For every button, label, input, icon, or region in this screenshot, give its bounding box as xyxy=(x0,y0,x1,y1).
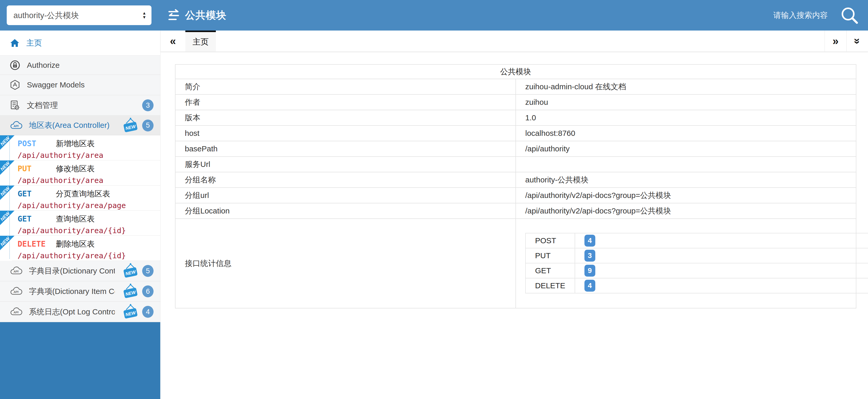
new-ribbon: NEW xyxy=(0,210,14,225)
api-item-page-area[interactable]: NEW GET 分页查询地区表 /api/authority/area/page xyxy=(0,186,160,210)
row-label: 服务Url xyxy=(175,156,516,172)
api-method: GET xyxy=(18,189,54,199)
tab-collapse-button[interactable]: » xyxy=(846,31,868,52)
sidebar-filler xyxy=(0,322,160,399)
row-label: basePath xyxy=(175,141,516,156)
sidebar-item-swagger-models[interactable]: Swagger Models xyxy=(0,75,160,95)
api-method: GET xyxy=(18,214,54,224)
row-label: 分组名称 xyxy=(175,172,516,188)
api-cloud-icon: API xyxy=(10,121,22,130)
row-label: 分组Location xyxy=(175,203,516,219)
row-value: /api/authority xyxy=(516,141,856,156)
stat-count-badge: 4 xyxy=(584,280,595,292)
stats-table-row: POST 4 xyxy=(526,233,868,248)
row-label: 作者 xyxy=(175,94,516,110)
group-select-wrap[interactable]: authority-公共模块 ▲▼ xyxy=(7,5,152,25)
api-item-get-area[interactable]: NEW GET 查询地区表 /api/authority/area/{id} xyxy=(0,210,160,236)
api-name: 删除地区表 xyxy=(56,239,95,249)
row-label: host xyxy=(175,125,516,141)
count-badge: 6 xyxy=(142,285,154,297)
header-search[interactable]: 请输入搜索内容 xyxy=(773,5,859,25)
new-sign-icon: NEW xyxy=(122,263,140,279)
api-method: POST xyxy=(18,139,54,148)
sidebar-controller-opt-log[interactable]: API 系统日志(Opt Log Controller) NEW 4 xyxy=(0,302,160,322)
count-badge: 5 xyxy=(142,119,154,132)
svg-text:API: API xyxy=(13,290,19,293)
new-ribbon: NEW xyxy=(0,135,14,150)
table-row: basePath /api/authority xyxy=(175,141,856,156)
api-name: 修改地区表 xyxy=(56,164,95,174)
tab-home[interactable]: 主页 xyxy=(185,31,216,52)
api-cloud-icon: API xyxy=(10,307,22,316)
stat-method: DELETE xyxy=(526,278,575,293)
api-path: /api/authority/area/{id} xyxy=(18,226,158,235)
api-path: /api/authority/area xyxy=(18,151,158,160)
table-row: 分组Location /api/authority/v2/api-docs?gr… xyxy=(175,203,856,219)
controller-label: 字典目录(Dictionary Controller) xyxy=(29,266,115,276)
row-label: 版本 xyxy=(175,110,516,125)
brand: 公共模块 xyxy=(167,8,226,22)
sidebar-item-label: 文档管理 xyxy=(27,100,58,111)
table-row: 作者 zuihou xyxy=(175,94,856,110)
stats-table-row: DELETE 4 xyxy=(526,278,868,293)
row-value: /api/authority/v2/api-docs?group=公共模块 xyxy=(516,203,856,219)
stat-method: POST xyxy=(526,233,575,248)
table-row: 服务Url xyxy=(175,156,856,172)
api-name: 查询地区表 xyxy=(56,214,95,224)
sidebar-controller-area[interactable]: API 地区表(Area Controller) NEW 5 xyxy=(0,116,160,135)
models-hexagon-icon xyxy=(10,80,20,90)
api-name: 分页查询地区表 xyxy=(56,189,110,199)
main-area: « 主页 » » 公共模块 简介 zuihou-admin-cloud 在线文档… xyxy=(160,31,868,399)
search-placeholder[interactable]: 请输入搜索内容 xyxy=(773,10,828,21)
row-value: localhost:8760 xyxy=(516,125,856,141)
row-label: 简介 xyxy=(175,79,516,94)
tab-spacer xyxy=(216,31,825,52)
sidebar-item-label: 主页 xyxy=(26,38,42,48)
table-row: 版本 1.0 xyxy=(175,110,856,125)
stat-count-badge: 4 xyxy=(584,235,595,247)
api-name: 新增地区表 xyxy=(56,139,95,148)
sidebar-item-home[interactable]: 主页 xyxy=(0,31,160,56)
api-item-add-area[interactable]: NEW POST 新增地区表 /api/authority/area xyxy=(0,135,160,161)
row-value: zuihou-admin-cloud 在线文档 xyxy=(516,79,856,94)
api-path: /api/authority/area xyxy=(18,176,158,185)
search-icon[interactable] xyxy=(840,5,859,25)
group-select[interactable]: authority-公共模块 xyxy=(7,5,152,25)
tab-scroll-left-button[interactable]: « xyxy=(160,31,185,52)
svg-text:API: API xyxy=(13,124,19,127)
sidebar-item-label: Authorize xyxy=(27,61,60,69)
home-icon xyxy=(10,38,20,48)
row-value: authority-公共模块 xyxy=(516,172,856,188)
sidebar-item-authorize[interactable]: Authorize xyxy=(0,56,160,75)
api-path: /api/authority/area/{id} xyxy=(18,251,158,260)
api-item-update-area[interactable]: NEW PUT 修改地区表 /api/authority/area xyxy=(0,161,160,186)
api-method: DELETE xyxy=(18,239,54,249)
stat-method: PUT xyxy=(526,248,575,263)
stats-table-row: PUT 3 xyxy=(526,248,868,263)
new-sign-icon: NEW xyxy=(122,283,140,300)
api-path: /api/authority/area/page xyxy=(18,201,158,210)
svg-text:API: API xyxy=(13,270,19,273)
count-badge: 3 xyxy=(142,99,154,111)
table-row: 分组名称 authority-公共模块 xyxy=(175,172,856,188)
row-label: 分组url xyxy=(175,188,516,203)
sidebar-controller-dictionary-item[interactable]: API 字典项(Dictionary Item Controller) NEW … xyxy=(0,281,160,302)
sidebar-item-doc-manage[interactable]: 文档管理 3 xyxy=(0,95,160,116)
tab-scroll-right-button[interactable]: » xyxy=(825,31,846,52)
controller-label: 系统日志(Opt Log Controller) xyxy=(29,307,115,317)
row-value: /api/authority/v2/api-docs?group=公共模块 xyxy=(516,188,856,203)
new-sign-icon: NEW xyxy=(122,117,140,134)
stat-count-badge: 3 xyxy=(584,250,595,262)
table-row: 分组url /api/authority/v2/api-docs?group=公… xyxy=(175,188,856,203)
new-ribbon: NEW xyxy=(0,236,14,250)
api-item-delete-area[interactable]: NEW DELETE 删除地区表 /api/authority/area/{id… xyxy=(0,236,160,261)
sidebar: 主页 Authorize Swagger Models xyxy=(0,31,160,399)
sidebar-controller-dictionary[interactable]: API 字典目录(Dictionary Controller) NEW 5 xyxy=(0,261,160,281)
new-sign-icon: NEW xyxy=(122,304,140,320)
api-cloud-icon: API xyxy=(10,266,22,276)
stat-count-badge: 9 xyxy=(584,265,595,277)
controller-label: 字典项(Dictionary Item Controller) xyxy=(29,286,115,297)
svg-text:API: API xyxy=(13,311,19,314)
app-logo-icon xyxy=(167,9,180,22)
count-badge: 4 xyxy=(142,306,154,318)
